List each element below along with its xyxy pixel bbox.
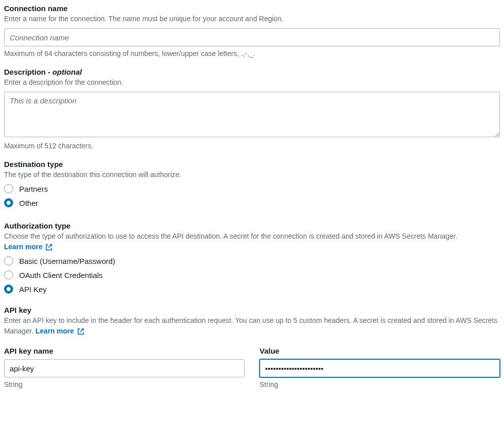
connection-name-input[interactable] [4,28,500,46]
authorization-type-description: Choose the type of authorization to use … [4,231,500,252]
radio-partners[interactable]: Partners [4,184,500,193]
radio-partners-label: Partners [19,185,48,193]
authorization-type-group: Authorization type Choose the type of au… [4,221,500,294]
api-key-value-col: Value String [260,347,500,388]
learn-more-link-apikey[interactable]: Learn more [35,326,84,337]
description-optional-text: optional [53,68,82,76]
description-description: Enter a description for the connection. [4,77,500,88]
api-key-name-helper: String [4,380,244,388]
external-link-icon [77,328,84,335]
connection-name-label: Connection name [4,4,500,13]
radio-circle-icon [4,270,13,280]
description-label-text: Description - [4,68,53,76]
radio-circle-icon [4,184,13,193]
radio-circle-checked-icon [4,285,13,294]
api-key-label: API key [4,306,500,314]
connection-name-group: Connection name Enter a name for the con… [4,4,500,58]
api-key-name-col: API key name String [4,347,244,388]
connection-name-description: Enter a name for the connection. The nam… [4,14,500,24]
radio-circle-icon [4,256,13,265]
learn-more-link-auth[interactable]: Learn more [4,242,53,252]
connection-name-helper: Maximum of 64 characters consisting of n… [4,49,500,58]
radio-oauth[interactable]: OAuth Client Credentials [4,270,500,280]
api-key-value-helper: String [260,380,500,388]
radio-apikey-label: API Key [19,285,46,294]
learn-more-text: Learn more [35,326,74,337]
description-textarea[interactable] [4,92,500,137]
radio-other[interactable]: Other [4,198,500,207]
radio-circle-checked-icon [4,198,13,207]
description-helper: Maximum of 512 characters. [4,142,500,150]
api-key-group: API key Enter an API key to include in t… [4,306,500,337]
radio-basic[interactable]: Basic (Username/Password) [4,256,500,265]
api-key-name-label: API key name [4,347,244,355]
api-key-description: Enter an API key to include in the heade… [4,315,500,337]
api-key-value-label: Value [260,347,500,355]
radio-oauth-label: OAuth Client Credentials [19,271,103,280]
description-label: Description - optional [4,68,500,76]
authorization-type-label: Authorization type [4,221,500,230]
radio-apikey[interactable]: API Key [4,285,500,294]
destination-type-radios: Partners Other [4,184,500,207]
description-group: Description - optional Enter a descripti… [4,68,500,150]
radio-basic-label: Basic (Username/Password) [19,257,115,265]
learn-more-text: Learn more [4,242,42,252]
api-key-columns: API key name String Value String [4,347,500,388]
auth-desc-text: Choose the type of authorization to use … [4,232,458,240]
radio-other-label: Other [19,199,38,207]
destination-type-group: Destination type The type of the destina… [4,160,500,207]
authorization-type-radios: Basic (Username/Password) OAuth Client C… [4,256,500,294]
destination-type-label: Destination type [4,160,500,169]
external-link-icon [45,244,53,251]
destination-type-description: The type of the destination this connect… [4,170,500,180]
api-key-value-input[interactable] [260,359,500,377]
api-key-name-input[interactable] [4,359,244,377]
